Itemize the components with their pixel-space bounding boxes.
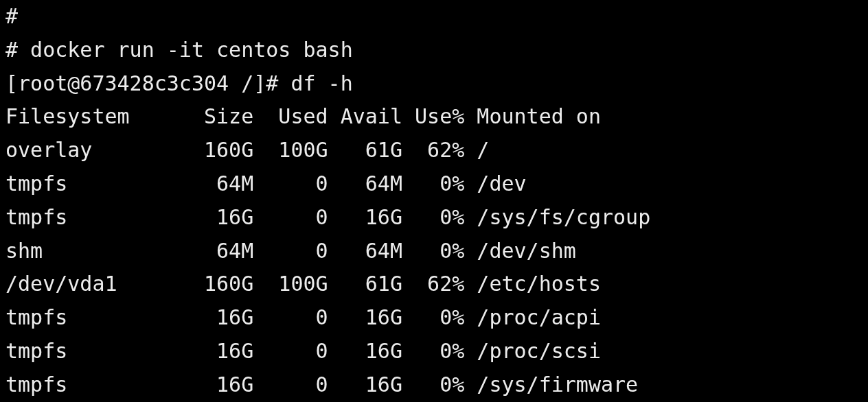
df-header: Filesystem Size Used Avail Use% Mounted … <box>5 104 601 128</box>
df-row: overlay 160G 100G 61G 62% / <box>5 138 489 162</box>
df-row: /dev/vda1 160G 100G 61G 62% /etc/hosts <box>5 272 601 296</box>
df-row: tmpfs 16G 0 16G 0% /sys/firmware <box>5 373 638 397</box>
command-docker-run: # docker run -it centos bash <box>5 38 353 62</box>
prompt-container: [root@673428c3c304 /]# df -h <box>5 71 353 95</box>
df-row: tmpfs 16G 0 16G 0% /sys/fs/cgroup <box>5 205 650 229</box>
df-row: tmpfs 16G 0 16G 0% /proc/scsi <box>5 339 601 363</box>
df-row: tmpfs 16G 0 16G 0% /proc/acpi <box>5 305 601 329</box>
prompt-hash: # <box>5 4 18 28</box>
terminal[interactable]: # # docker run -it centos bash [root@673… <box>0 0 868 402</box>
df-row: tmpfs 64M 0 64M 0% /dev <box>5 172 527 196</box>
df-row: shm 64M 0 64M 0% /dev/shm <box>5 239 576 263</box>
